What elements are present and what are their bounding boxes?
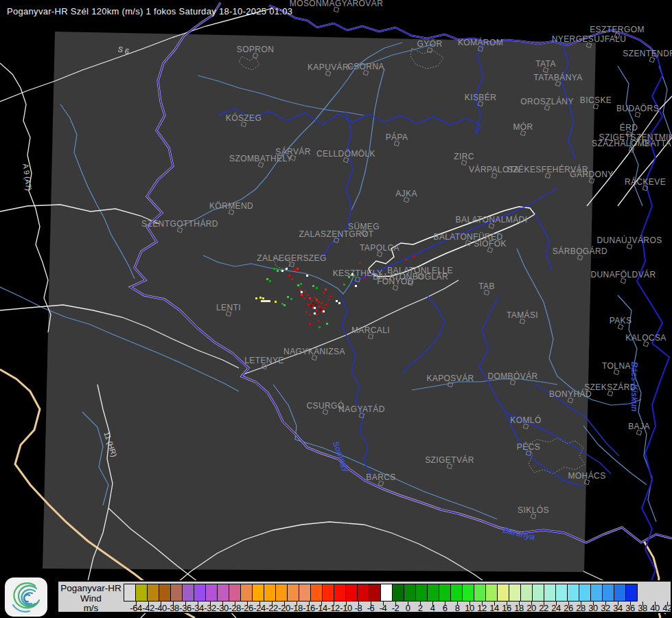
city-label: BICSKE bbox=[580, 95, 612, 105]
legend-tick-label: -30 bbox=[216, 603, 228, 613]
legend-tick-label: 8 bbox=[455, 603, 460, 613]
legend-tick-label: 22 bbox=[539, 603, 548, 613]
legend-tick-label: 38 bbox=[638, 603, 647, 613]
radar-echo-pixel bbox=[287, 296, 289, 298]
radar-echo-pixel bbox=[316, 287, 318, 289]
legend-tick-label: -24 bbox=[253, 603, 265, 613]
city-label: TAB bbox=[478, 282, 495, 291]
radar-echo-pixel bbox=[307, 294, 309, 296]
legend-tick-label: -4 bbox=[380, 603, 387, 613]
legend-color-cell bbox=[450, 584, 463, 602]
city-label: ÉRD bbox=[620, 123, 638, 133]
legend-tick-label: -14 bbox=[315, 603, 327, 613]
met-swirl-logo bbox=[5, 577, 47, 617]
radar-echo-pixel bbox=[413, 255, 415, 258]
legend-color-cell bbox=[345, 584, 358, 602]
legend-tick-label: 12 bbox=[477, 603, 486, 613]
city-label: KAPOSVÁR bbox=[426, 374, 474, 383]
city-label: FONYÓD bbox=[377, 277, 414, 286]
legend-tick-label: 26 bbox=[564, 603, 572, 613]
radar-echo-pixel bbox=[338, 302, 340, 304]
radar-echo-pixel bbox=[305, 311, 308, 313]
city-label: CELLDÖMÖLK bbox=[316, 149, 375, 159]
city-label: DOMBÓVÁR bbox=[487, 371, 537, 381]
city-label: KÖRMEND bbox=[209, 201, 253, 211]
city-label: SOPRON bbox=[237, 45, 274, 54]
city-label: KISBÉR bbox=[465, 93, 496, 102]
legend-color-cell bbox=[310, 584, 323, 602]
city-label: ESZTERGOM bbox=[590, 25, 645, 34]
legend-tick-label: -42 bbox=[142, 603, 154, 613]
legend-tick-label: 2 bbox=[418, 603, 423, 613]
city-label: KALOCSA bbox=[625, 333, 667, 343]
city-label: PAKS bbox=[610, 316, 632, 325]
radar-echo-pixel bbox=[329, 295, 332, 297]
legend-tick-label: 10 bbox=[465, 603, 474, 613]
legend-tick-label: 24 bbox=[551, 603, 560, 613]
radar-echo-pixel bbox=[283, 304, 286, 306]
city-label: TAPOLCA bbox=[360, 243, 399, 253]
legend-unit: m/s bbox=[58, 604, 124, 614]
legend-tick-label: 40 bbox=[650, 603, 659, 613]
city-label: CSORNA bbox=[347, 62, 384, 71]
city-label: PÁPA bbox=[386, 133, 408, 142]
radar-echo-pixel bbox=[269, 280, 271, 282]
county-name-label: Bács-Kiskun bbox=[629, 362, 639, 412]
legend-tick-label: -10 bbox=[340, 603, 351, 613]
legend-color-cell bbox=[229, 584, 241, 602]
legend-color-cell bbox=[509, 584, 521, 602]
radar-echo-pixel bbox=[323, 292, 325, 294]
radar-echo-pixel bbox=[308, 304, 310, 306]
radar-echo-pixel bbox=[281, 303, 283, 305]
legend-color-cell bbox=[555, 584, 568, 602]
radar-echo-pixel bbox=[314, 312, 316, 314]
legend-bar: Poganyvar-HR Wind m/s -64-42-40-38-36-34… bbox=[57, 580, 672, 613]
swirl-icon bbox=[5, 577, 47, 617]
legend-tick-label: -6 bbox=[367, 603, 375, 613]
radar-echo-pixel bbox=[288, 275, 290, 277]
radar-echo-pixel bbox=[266, 278, 268, 280]
radar-echo-pixel bbox=[281, 270, 283, 272]
radar-echo-pixel bbox=[309, 314, 311, 316]
radar-echo-pixel bbox=[312, 302, 314, 304]
radar-echo-pixel bbox=[310, 305, 312, 307]
legend-color-cell bbox=[602, 584, 614, 602]
legend-product: Poganyvar-HR bbox=[58, 584, 124, 594]
city-label: TAMÁSI bbox=[507, 310, 538, 320]
city-label: KŐSZEG bbox=[226, 113, 262, 123]
radar-echo-pixel bbox=[303, 297, 305, 299]
city-label: KOMÁROM bbox=[458, 38, 503, 47]
city-label: BAJA bbox=[628, 422, 650, 431]
radar-echo-pixel bbox=[314, 307, 316, 309]
legend-tick-label: 14 bbox=[489, 603, 498, 613]
legend-color-cell bbox=[217, 584, 229, 602]
city-label: LETENYE bbox=[244, 356, 284, 365]
legend-tick-label: -28 bbox=[229, 603, 240, 613]
legend-tick-label: -8 bbox=[355, 603, 362, 613]
legend-color-cell bbox=[485, 584, 498, 602]
radar-echo-pixel bbox=[300, 283, 302, 285]
legend-color-cell bbox=[392, 584, 404, 602]
city-label: RÁCKEVE bbox=[625, 177, 666, 187]
city-label: SZEKSZÁRD bbox=[584, 382, 636, 392]
legend-tick-label: -64 bbox=[130, 603, 141, 613]
legend-color-cell bbox=[124, 584, 136, 602]
legend-color-cell bbox=[252, 584, 264, 602]
radar-echo-pixel bbox=[291, 278, 293, 280]
legend-color-cell bbox=[159, 584, 171, 602]
legend-color-cell bbox=[299, 584, 311, 602]
legend-tick-label: -20 bbox=[278, 603, 290, 613]
radar-echo-pixel bbox=[315, 304, 317, 306]
radar-echo-pixel bbox=[261, 300, 270, 302]
city-label: NAGYATÁD bbox=[338, 404, 384, 414]
legend-tick-label: -40 bbox=[154, 603, 166, 613]
legend-color-cell bbox=[240, 584, 253, 602]
radar-echo-pixel bbox=[304, 290, 306, 293]
legend-color-cell bbox=[427, 584, 439, 602]
map-title: Poganyvar-HR Szél 120km (m/s) 1 fokos Sa… bbox=[7, 6, 292, 16]
legend-tick-label: -12 bbox=[327, 603, 339, 613]
legend-tick-label: 0 bbox=[406, 603, 410, 613]
legend-color-scale bbox=[124, 584, 638, 602]
city-label: SIKLÓS bbox=[518, 505, 549, 515]
radar-echo-pixel bbox=[318, 326, 321, 328]
